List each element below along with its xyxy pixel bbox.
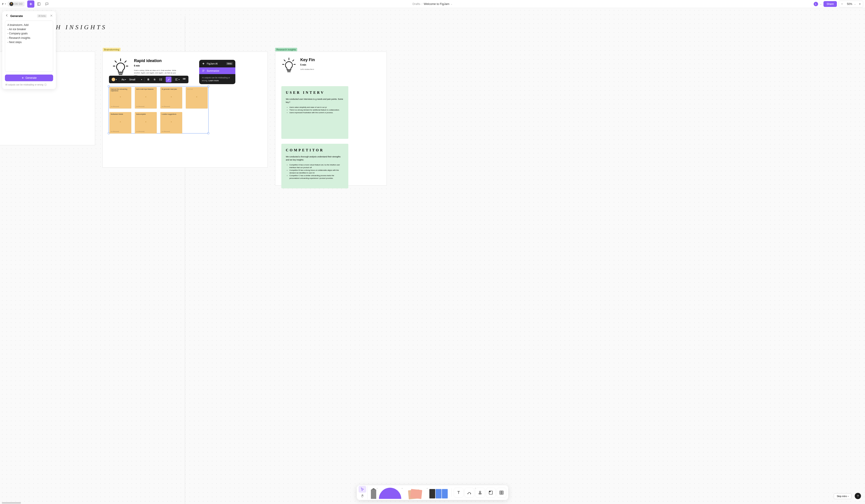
back-button[interactable] [5,14,9,18]
bold-button[interactable]: B [145,77,151,82]
tidy-button[interactable] [181,77,187,82]
svg-point-19 [160,80,160,80]
layout-grid-button[interactable] [35,0,43,8]
panel-icon [37,2,41,6]
top-toolbar: ▾ 06:00 Drafts / Welcome to FigJam ⌄ L ⌄… [0,0,865,8]
learn-more-link[interactable]: Learn more [209,80,219,82]
connector-icon [467,490,472,495]
zoom-out-button[interactable]: − [839,1,845,7]
breadcrumb-drafts[interactable]: Drafts [413,2,420,5]
sticky-note[interactable]: AI generate meal planLiz (Personal) [160,87,182,108]
svg-point-40 [480,491,481,493]
highlight-button[interactable] [166,77,172,82]
user-interview-card[interactable]: USER INTERV We conducted user interviews… [281,86,348,139]
generate-button[interactable]: Generate [5,74,53,81]
section-tool[interactable] [486,488,496,497]
bullet-list-button[interactable] [158,77,164,82]
help-button[interactable]: ? [855,493,861,499]
select-tool[interactable] [359,486,366,493]
main-menu-button[interactable]: ▾ [2,2,6,6]
close-button[interactable] [50,14,53,18]
sticky-author: Liz (Personal) [162,106,181,107]
section-label-brainstorming[interactable]: Brainstorming [103,48,120,51]
comment-button[interactable] [43,0,50,8]
zoom-chevron-icon[interactable]: ⌄ [854,3,857,5]
hand-icon [361,494,364,498]
chevron-up-icon[interactable]: ⌃ [426,488,428,490]
zoom-controls: − 50% ⌄ + [839,1,863,7]
prompt-textarea[interactable]: A brainstorm. Add - An ice breaker - Com… [5,21,53,72]
sticky-note[interactable]: Add a bulk input featuresLiz (Personal) [135,87,157,108]
sticky-tool[interactable]: ⌃ [403,487,427,499]
stamp-tool[interactable] [475,488,485,497]
figma-logo-icon [2,2,4,5]
marker-tool[interactable]: ⌃ [370,487,377,499]
brainstorm-heading: Rapid ideation [134,58,178,63]
hand-tool[interactable] [359,493,366,499]
align-button[interactable]: ▾ [173,77,181,82]
info-icon[interactable] [44,83,47,86]
svg-rect-0 [2,3,3,3]
research-text: Key Fin 5 min Let's review the k [300,58,315,75]
sticky-note[interactable]: AutocompleteLiz (Personal) [135,112,157,133]
avatar-chevron-icon[interactable]: ⌄ [820,3,822,5]
stamp-icon [478,490,482,495]
bullet-item: Users expressed frustration with the cur… [289,112,344,114]
font-family-button[interactable]: Aa▾ [120,77,127,82]
color-swatch-icon [112,78,115,81]
toolbar-separator [172,77,173,82]
color-swatch-button[interactable]: ▾ [110,77,118,82]
sticky-note[interactable]: Multiselect DeleteLiz (Personal) [109,112,131,133]
tidy-icon [183,78,186,81]
sticky-text: AI generate meal plan [162,89,181,90]
avatar[interactable]: L [814,2,818,6]
connector-tool[interactable]: ⌃ [464,488,474,497]
highlighter-icon [167,78,170,81]
chevron-down-icon[interactable]: ⌄ [451,3,452,5]
research-heading: Key Fin [300,58,315,62]
zoom-value[interactable]: 50% [845,2,854,5]
sticky-note[interactable]: Location suggestionsLiz (Personal) [160,112,182,133]
font-size-select[interactable]: Small▾ [128,77,143,82]
timer-icon [9,2,13,6]
canvas-heading-insights: H INSIGHTS [56,24,107,31]
chevron-up-icon[interactable]: ⌃ [376,488,378,490]
bullet-item: Users value simplicity and ease of use i… [289,106,344,109]
pointer-group [359,486,368,499]
resize-handle-br[interactable] [207,132,209,134]
strikethrough-button[interactable]: S [152,77,158,82]
section-label-research[interactable]: Research insights [275,48,297,51]
chevron-up-icon[interactable]: ⌃ [474,488,476,490]
competitor-card[interactable]: COMPETITOR We conducted a thorough analy… [281,144,348,188]
share-button[interactable]: Share [823,1,837,7]
chevron-up-icon[interactable]: ⌃ [401,488,403,490]
table-tool[interactable] [497,488,506,497]
ai-generate-button[interactable] [27,0,34,8]
horizontal-scrollbar[interactable] [2,502,21,504]
text-tool[interactable] [454,488,463,497]
generate-title: Generate [10,14,23,17]
bullet-item: There is a strong demand for additional … [289,109,344,112]
timer-value: 06:00 [14,2,23,5]
summarize-menu-item[interactable]: Summarize [199,67,235,74]
templates-tool[interactable] [428,487,449,499]
chevron-down-icon: ▾ [5,3,6,5]
ai-menu-header: FigJam AI Beta [199,60,235,67]
skip-intro-button[interactable]: Skip intro › [834,493,852,499]
strikethrough-icon: S [154,78,155,81]
sticky-placeholder: Add text [187,89,206,90]
generate-panel: Generate AI beta A brainstorm. Add - An … [2,11,56,89]
resize-handle-tr[interactable] [207,85,209,87]
shape-tool[interactable]: ⌃ [378,487,402,499]
research-time: 5 min [300,63,315,66]
sticky-note[interactable]: Improve the onboarding experienceLiz (Pe… [109,87,131,108]
top-left-group: ▾ 06:00 [2,0,50,8]
sticky-text: Location suggestions [162,113,181,115]
document-title[interactable]: Welcome to FigJam [424,2,449,5]
canvas[interactable]: H INSIGHTS O Brainstorming Research insi… [0,8,865,504]
zoom-in-button[interactable]: + [857,1,863,7]
sticky-note-empty[interactable]: Add text [186,87,208,108]
svg-rect-3 [3,3,3,3]
timer-widget[interactable]: 06:00 [8,2,25,7]
sticky-marker-icon [120,121,121,122]
